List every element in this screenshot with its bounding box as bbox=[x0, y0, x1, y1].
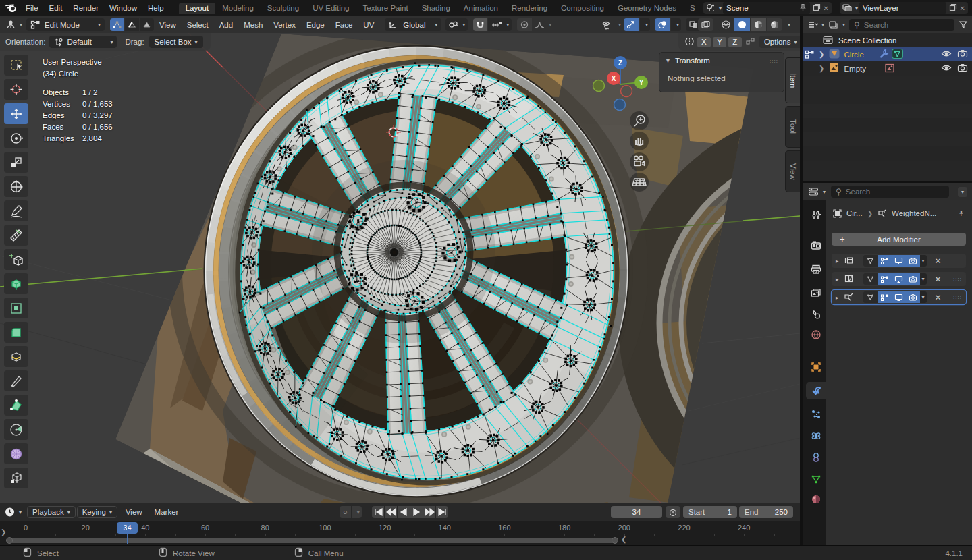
svg-text:Z: Z bbox=[618, 59, 622, 67]
svg-text:Y: Y bbox=[639, 79, 644, 86]
svg-text:X: X bbox=[612, 75, 616, 82]
